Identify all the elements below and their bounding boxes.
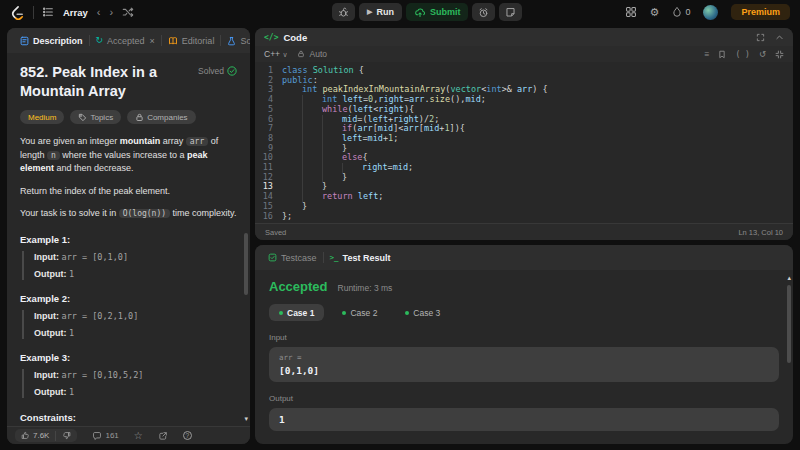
code-line[interactable]: 6mid=(left+right)/2; [260, 115, 793, 125]
constraints-label: Constraints: [20, 412, 237, 423]
problem-description: You are given an integer mountain array … [20, 135, 237, 221]
tab-solutions[interactable]: Solutions [222, 36, 250, 46]
tab-accepted[interactable]: ↻ Accepted × [91, 36, 160, 46]
favorite-star-icon[interactable]: ☆ [134, 431, 143, 441]
problem-list-name[interactable]: Array [63, 7, 88, 18]
output-label: Output [269, 394, 779, 403]
like-button[interactable]: 7.6K [15, 429, 55, 442]
share-icon[interactable] [158, 431, 168, 441]
cursor-position: Ln 13, Col 10 [738, 228, 783, 237]
case-1-button[interactable]: Case 1 [269, 304, 324, 321]
debug-button[interactable] [332, 3, 355, 21]
code-line[interactable]: 12} [260, 173, 793, 183]
code-line[interactable]: 9} [260, 144, 793, 154]
shrink-editor-icon[interactable] [775, 50, 784, 59]
example-1-block: Input: arr = [0,1,0] Output: 1 [22, 251, 237, 280]
example-3-block: Input: arr = [0,10,5,2] Output: 1 [22, 369, 237, 398]
run-button[interactable]: ▶ Run [359, 3, 402, 21]
code-line[interactable]: 1class Solution { [260, 66, 793, 76]
case-pass-dot [279, 311, 283, 315]
comment-icon [92, 431, 102, 441]
test-panel-tabs: Testcase >_ Test Result [255, 245, 793, 270]
code-line[interactable]: 5while(left<right){ [260, 105, 793, 115]
tag-icon [78, 113, 87, 122]
case-pass-dot [342, 311, 346, 315]
chevron-down-icon: ∨ [282, 51, 287, 58]
description-scrollbar[interactable] [244, 233, 248, 295]
test-panel: Testcase >_ Test Result Accepted Runtime… [255, 245, 793, 444]
notes-button[interactable] [499, 3, 522, 21]
problem-title: 852. Peak Index in a Mountain Array [20, 63, 192, 101]
test-result-scrollbar[interactable] [787, 285, 791, 363]
document-icon [20, 36, 29, 46]
scroll-down-icon[interactable]: ▾ [244, 415, 248, 422]
layout-switcher-icon[interactable] [625, 6, 637, 18]
brackets-icon[interactable]: ( ) [735, 50, 749, 59]
editor-statusbar: Saved Ln 13, Col 10 [255, 223, 793, 240]
companies-badge[interactable]: Companies [127, 110, 195, 124]
code-line[interactable]: 10else{ [260, 153, 793, 163]
code-line[interactable]: 15} [260, 202, 793, 212]
timer-button[interactable] [472, 3, 495, 21]
check-circle-icon [227, 66, 237, 76]
difficulty-badge[interactable]: Medium [20, 110, 64, 124]
code-editor[interactable]: 1class Solution {2public:3int peakIndexI… [255, 62, 793, 223]
solved-badge: Solved [198, 66, 237, 76]
submit-label: Submit [430, 7, 461, 17]
lock-icon [135, 113, 144, 122]
case-2-button[interactable]: Case 2 [332, 304, 387, 321]
user-avatar[interactable] [703, 5, 718, 20]
dislike-button[interactable] [56, 429, 77, 442]
leetcode-app: Array ‹ › ▶ [0, 0, 800, 450]
comment-count: 161 [105, 431, 118, 440]
tab-description[interactable]: Description [15, 36, 88, 46]
close-tab-icon[interactable]: × [150, 36, 155, 46]
comments-button[interactable]: 161 [92, 431, 118, 441]
result-status: Accepted [269, 279, 328, 294]
help-icon[interactable]: ? [183, 431, 192, 440]
auto-save-label[interactable]: Auto [310, 49, 328, 59]
input-var-name: arr = [279, 353, 769, 362]
collapse-panel-icon[interactable] [775, 33, 784, 42]
code-line[interactable]: 16}; [260, 212, 793, 222]
code-line[interactable]: 7if(arr[mid]<arr[mid+1]){ [260, 124, 793, 134]
prev-question-icon[interactable]: ‹ [97, 7, 101, 18]
cloud-upload-icon [414, 7, 426, 18]
streak-counter[interactable]: 0 [672, 6, 690, 18]
history-icon: ↻ [96, 36, 104, 45]
code-line[interactable]: 8left=mid+1; [260, 134, 793, 144]
save-status: Saved [265, 228, 286, 237]
input-value: [0,1,0] [279, 365, 769, 376]
book-icon [168, 36, 178, 46]
expand-panel-icon[interactable] [756, 33, 765, 42]
problem-footer: 7.6K 161 ☆ [7, 426, 250, 444]
code-line[interactable]: 11right=mid; [260, 163, 793, 173]
vote-group: 7.6K [15, 429, 77, 442]
scroll-up-icon[interactable]: ▴ [787, 274, 791, 281]
tab-editorial[interactable]: Editorial [163, 36, 220, 46]
code-line[interactable]: 14return left; [260, 192, 793, 202]
example-2-label: Example 2: [20, 293, 237, 304]
example-2-block: Input: arr = [0,2,1,0] Output: 1 [22, 310, 237, 339]
like-count: 7.6K [33, 431, 49, 440]
language-selector[interactable]: C++ ∨ [264, 49, 288, 59]
code-icon: </> [264, 33, 278, 42]
reset-code-icon[interactable]: ↺ [759, 49, 766, 59]
case-3-button[interactable]: Case 3 [395, 304, 450, 321]
leetcode-logo[interactable] [10, 5, 25, 20]
format-code-icon[interactable]: ≡ [704, 49, 709, 59]
next-question-icon[interactable]: › [110, 7, 114, 18]
bookmark-icon[interactable] [718, 50, 726, 59]
play-icon: ▶ [367, 8, 372, 16]
topics-badge[interactable]: Topics [70, 110, 121, 124]
submit-button[interactable]: Submit [406, 3, 469, 21]
premium-button[interactable]: Premium [731, 4, 790, 20]
result-runtime: Runtime: 3 ms [338, 283, 393, 293]
tab-testcase[interactable]: Testcase [263, 253, 322, 263]
code-panel-header: </> Code [255, 28, 793, 46]
settings-gear-icon[interactable]: ⚙ [650, 7, 660, 18]
tab-test-result[interactable]: >_ Test Result [325, 253, 396, 263]
problem-list-icon[interactable] [42, 6, 54, 18]
thumbs-up-icon [21, 431, 30, 440]
shuffle-icon[interactable] [122, 6, 134, 18]
